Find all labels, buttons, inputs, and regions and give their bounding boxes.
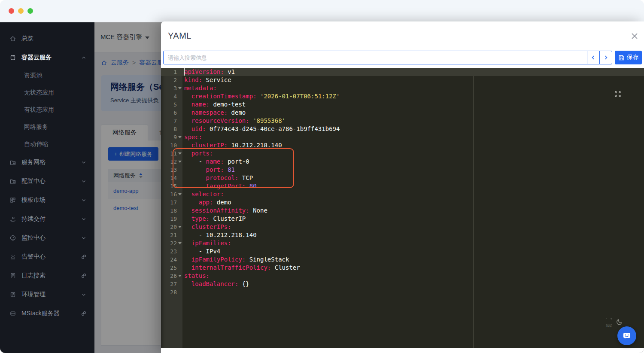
app-window: 总览容器云服务资源池无状态应用有状态应用网络服务自动伸缩服务网格配置中心模板市场… <box>0 0 644 353</box>
search-input[interactable] <box>163 51 587 64</box>
code-line-20[interactable]: 20 clusterIPs: <box>161 223 644 231</box>
support-chat-button[interactable] <box>617 326 636 345</box>
code-text: - name: port-0 <box>182 158 249 166</box>
code-line-13[interactable]: 13 port: 81 <box>161 166 644 174</box>
sidebar-item-mstack-server[interactable]: MStack服务器 <box>0 304 94 323</box>
code-line-26[interactable]: 26status: <box>161 272 644 280</box>
fold-arrow-icon[interactable] <box>178 136 182 138</box>
chevron-down-icon <box>81 216 87 222</box>
code-text: app: demo <box>182 198 231 207</box>
monitor-center-icon <box>9 234 16 241</box>
external-link-icon <box>81 273 87 279</box>
line-number: 2 <box>161 76 182 84</box>
sidebar-subitem[interactable]: 有状态应用 <box>0 101 94 119</box>
close-icon[interactable] <box>630 32 639 40</box>
sidebar-item-label: 容器云服务 <box>21 54 81 61</box>
code-line-27[interactable]: 27 loadBalancer: {} <box>161 280 644 288</box>
code-line-28[interactable]: 28 <box>161 288 644 296</box>
fold-arrow-icon[interactable] <box>178 161 182 163</box>
sidebar-item-continuous-delivery[interactable]: 持续交付 <box>0 210 94 228</box>
code-line-23[interactable]: 23 - IPv4 <box>161 247 644 256</box>
fold-arrow-icon[interactable] <box>178 193 182 195</box>
sidebar-item-home[interactable]: 总览 <box>0 29 94 48</box>
fullscreen-icon[interactable] <box>614 90 622 98</box>
line-number[interactable]: 9 <box>161 133 182 141</box>
code-line-19[interactable]: 19 type: ClusterIP <box>161 215 644 223</box>
fold-arrow-icon[interactable] <box>178 242 182 244</box>
mstack-server-icon <box>9 310 16 317</box>
json-mode-icon[interactable]: JSON <box>606 318 612 325</box>
sidebar-subitem[interactable]: 网络服务 <box>0 119 94 136</box>
sidebar-item-alert-center[interactable]: 告警中心 <box>0 247 94 266</box>
code-text: - 10.212.218.140 <box>182 231 257 239</box>
code-line-12[interactable]: 12 - name: port-0 <box>161 158 644 166</box>
code-line-18[interactable]: 18 sessionAffinity: None <box>161 207 644 215</box>
code-line-7[interactable]: 7 resourceVersion: '8955368' <box>161 117 644 125</box>
code-line-3[interactable]: 3metadata: <box>161 84 644 92</box>
code-line-15[interactable]: 15 targetPort: 80 <box>161 182 644 190</box>
chevron-down-icon <box>81 178 87 184</box>
sidebar: 总览容器云服务资源池无状态应用有状态应用网络服务自动伸缩服务网格配置中心模板市场… <box>0 22 94 353</box>
code-line-8[interactable]: 8 uid: 0f774c43-d245-40ce-a786-1b9ff431b… <box>161 125 644 133</box>
code-text: clusterIP: 10.212.218.140 <box>182 141 282 149</box>
sidebar-item-env-management[interactable]: 环境管理 <box>0 285 94 304</box>
code-line-1[interactable]: 1apiVersion: v1 <box>161 68 644 76</box>
code-text: - IPv4 <box>182 247 220 256</box>
zoom-window-button[interactable] <box>27 8 33 14</box>
sidebar-item-service-mesh[interactable]: 服务网格 <box>0 153 94 172</box>
code-line-24[interactable]: 24 ipFamilyPolicy: SingleStack <box>161 256 644 264</box>
minimize-window-button[interactable] <box>18 8 24 14</box>
fold-arrow-icon[interactable] <box>178 275 182 277</box>
fold-arrow-icon[interactable] <box>178 226 182 228</box>
code-text: apiVersion: v1 <box>182 68 235 76</box>
code-line-25[interactable]: 25 internalTrafficPolicy: Cluster <box>161 264 644 272</box>
line-number[interactable]: 16 <box>161 190 182 198</box>
code-line-9[interactable]: 9spec: <box>161 133 644 141</box>
code-line-14[interactable]: 14 protocol: TCP <box>161 174 644 182</box>
code-line-10[interactable]: 10 clusterIP: 10.212.218.140 <box>161 141 644 149</box>
line-number[interactable]: 20 <box>161 223 182 231</box>
code-line-17[interactable]: 17 app: demo <box>161 198 644 207</box>
line-number: 24 <box>161 256 182 264</box>
code-line-6[interactable]: 6 namespace: demo <box>161 109 644 117</box>
chevron-down-icon <box>81 197 87 203</box>
code-line-4[interactable]: 4 creationTimestamp: '2026-01-07T06:51:1… <box>161 92 644 100</box>
sidebar-item-log-search[interactable]: 日志搜索 <box>0 266 94 285</box>
sidebar-subitem[interactable]: 无状态应用 <box>0 84 94 101</box>
sidebar-item-template-market[interactable]: 模板市场 <box>0 191 94 210</box>
code-line-5[interactable]: 5 name: demo-test <box>161 100 644 109</box>
save-button[interactable]: 保存 <box>615 51 642 64</box>
dark-mode-moon-icon[interactable] <box>616 318 623 326</box>
line-number[interactable]: 11 <box>161 149 182 158</box>
line-number[interactable]: 12 <box>161 158 182 166</box>
close-window-button[interactable] <box>9 8 14 14</box>
line-number[interactable]: 26 <box>161 272 182 280</box>
code-text <box>182 288 184 296</box>
code-line-21[interactable]: 21 - 10.212.218.140 <box>161 231 644 239</box>
code-line-2[interactable]: 2kind: Service <box>161 76 644 84</box>
log-search-icon <box>9 272 16 279</box>
code-line-22[interactable]: 22 ipFamilies: <box>161 239 644 247</box>
code-line-11[interactable]: 11 ports: <box>161 149 644 158</box>
code-text: kind: Service <box>182 76 231 84</box>
code-line-16[interactable]: 16 selector: <box>161 190 644 198</box>
sidebar-item-label: 总览 <box>21 35 87 43</box>
sidebar-item-config-center[interactable]: 配置中心 <box>0 172 94 191</box>
yaml-editor[interactable]: 1apiVersion: v12kind: Service3metadata:4… <box>161 68 644 348</box>
search-prev-button[interactable] <box>587 51 600 64</box>
sidebar-item-monitor-center[interactable]: 监控中心 <box>0 228 94 247</box>
line-number[interactable]: 3 <box>161 84 182 92</box>
fold-arrow-icon[interactable] <box>178 152 182 155</box>
alert-center-icon <box>9 253 16 260</box>
code-text: spec: <box>182 133 202 141</box>
sidebar-subitem[interactable]: 自动伸缩 <box>0 136 94 153</box>
line-number: 28 <box>161 288 182 296</box>
sidebar-subitem[interactable]: 资源池 <box>0 67 94 84</box>
external-link-icon <box>81 254 87 260</box>
titlebar <box>0 0 644 22</box>
line-number[interactable]: 22 <box>161 239 182 247</box>
search-next-button[interactable] <box>599 51 612 64</box>
code-text: protocol: TCP <box>182 174 253 182</box>
sidebar-item-container-service[interactable]: 容器云服务 <box>0 48 94 67</box>
fold-arrow-icon[interactable] <box>178 87 182 89</box>
